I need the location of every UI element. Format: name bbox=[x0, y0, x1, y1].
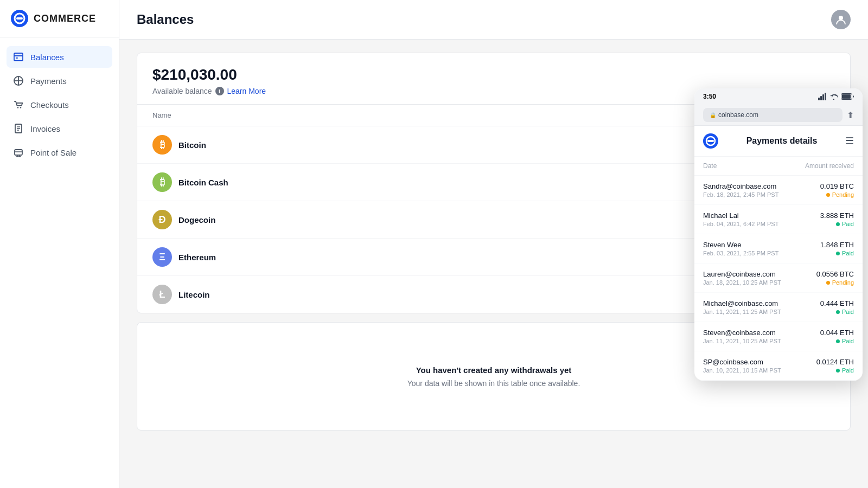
payment-amount-group: 0.444 ETH Paid bbox=[820, 299, 854, 315]
payment-date: Jan. 11, 2021, 11:25 AM PST bbox=[703, 309, 781, 315]
sidebar-item-pos-label: Point of Sale bbox=[30, 148, 76, 157]
mobile-col-date: Date bbox=[703, 162, 717, 170]
mobile-app-header: Payments details ☰ bbox=[694, 126, 863, 157]
page-header: Balances bbox=[119, 0, 868, 40]
payment-amount-group: 0.0124 ETH Paid bbox=[816, 358, 854, 374]
payment-amount: 3.888 ETH bbox=[820, 211, 854, 220]
payment-name: SP@coinbase.com bbox=[703, 358, 781, 366]
point-of-sale-icon bbox=[13, 147, 24, 158]
payment-amount-group: 0.044 ETH Paid bbox=[820, 329, 854, 344]
status-label: Paid bbox=[842, 338, 854, 344]
mobile-status-icons bbox=[818, 93, 854, 100]
payment-info: Lauren@coinbase.com Jan. 18, 2021, 10:25… bbox=[703, 270, 781, 286]
currency-name-dogecoin: Dogecoin bbox=[178, 215, 215, 224]
available-balance-text: Available balance bbox=[152, 87, 212, 95]
content-area: $210,030.00 Available balance i Learn Mo… bbox=[119, 40, 868, 488]
payment-amount: 0.044 ETH bbox=[820, 329, 854, 337]
sidebar-item-balances-label: Balances bbox=[30, 53, 64, 62]
status-dot bbox=[836, 339, 840, 343]
status-label: Paid bbox=[842, 250, 854, 256]
status-label: Paid bbox=[842, 367, 854, 374]
payment-name: Michael Lai bbox=[703, 211, 778, 220]
currency-icon-ethereum: Ξ bbox=[152, 247, 172, 267]
sidebar-nav: Balances Payments Checkouts bbox=[0, 37, 119, 172]
invoices-icon bbox=[13, 123, 24, 134]
status-dot bbox=[826, 281, 830, 285]
payment-amount: 0.0556 BTC bbox=[816, 270, 854, 278]
info-icon: i bbox=[215, 87, 224, 95]
payment-status: Paid bbox=[820, 221, 854, 227]
currency-icon-bitcoin-cash: ₿ bbox=[152, 172, 172, 192]
payment-status: Paid bbox=[816, 367, 854, 374]
main-content: Balances $210,030.00 Available balance i… bbox=[119, 0, 868, 488]
payment-name: Sandra@coinbase.com bbox=[703, 182, 778, 190]
payment-amount-group: 0.019 BTC Pending bbox=[820, 182, 854, 198]
checkouts-icon bbox=[13, 99, 24, 110]
sidebar-item-invoices[interactable]: Invoices bbox=[7, 118, 112, 139]
payment-amount: 0.444 ETH bbox=[820, 299, 854, 307]
battery-icon bbox=[841, 93, 854, 100]
mobile-table-header: Date Amount received bbox=[694, 157, 863, 176]
status-label: Pending bbox=[832, 191, 854, 198]
payment-info: Michael@coinbase.com Jan. 11, 2021, 11:2… bbox=[703, 299, 781, 315]
sidebar-item-balances[interactable]: Balances bbox=[7, 46, 112, 68]
payment-amount-group: 0.0556 BTC Pending bbox=[816, 270, 854, 286]
status-dot bbox=[836, 222, 840, 226]
mobile-share-icon[interactable]: ⬆ bbox=[847, 110, 854, 120]
svg-rect-3 bbox=[14, 53, 23, 61]
payment-row: Michael Lai Feb. 04, 2021, 6:42 PM PST 3… bbox=[694, 205, 863, 234]
status-dot bbox=[836, 252, 840, 255]
sidebar-item-checkouts[interactable]: Checkouts bbox=[7, 94, 112, 115]
mobile-header-title: Payments details bbox=[746, 136, 818, 146]
currency-icon-bitcoin: ₿ bbox=[152, 135, 172, 155]
payment-date: Jan. 18, 2021, 10:25 AM PST bbox=[703, 279, 781, 286]
balance-amount: $210,030.00 bbox=[152, 66, 835, 84]
svg-rect-4 bbox=[14, 55, 23, 56]
payment-amount: 0.0124 ETH bbox=[816, 358, 854, 366]
sidebar-item-checkouts-label: Checkouts bbox=[30, 100, 69, 110]
mobile-time: 3:50 bbox=[703, 93, 716, 100]
payment-name: Michael@coinbase.com bbox=[703, 299, 781, 307]
status-label: Paid bbox=[842, 309, 854, 315]
payment-date: Feb. 04, 2021, 6:42 PM PST bbox=[703, 221, 778, 227]
payment-row: Sandra@coinbase.com Feb. 18, 2021, 2:45 … bbox=[694, 176, 863, 205]
learn-more-link[interactable]: Learn More bbox=[227, 87, 266, 95]
payment-status: Pending bbox=[816, 279, 854, 286]
svg-point-20 bbox=[839, 16, 843, 20]
sidebar-item-payments[interactable]: Payments bbox=[7, 70, 112, 92]
withdrawal-empty-title: You haven't created any withdrawals yet bbox=[416, 365, 572, 375]
svg-rect-5 bbox=[16, 57, 18, 59]
currency-name-bitcoin-cash: Bitcoin Cash bbox=[178, 178, 228, 187]
mobile-menu-icon[interactable]: ☰ bbox=[845, 135, 854, 147]
currency-name-litecoin: Litecoin bbox=[178, 290, 210, 299]
svg-rect-15 bbox=[15, 150, 22, 155]
payments-icon bbox=[13, 75, 24, 86]
page-title: Balances bbox=[137, 12, 194, 27]
currency-name-bitcoin: Bitcoin bbox=[178, 140, 206, 150]
mobile-url-bar: 🔒 coinbase.com ⬆ bbox=[694, 105, 863, 126]
svg-rect-25 bbox=[707, 140, 714, 142]
sidebar-item-point-of-sale[interactable]: Point of Sale bbox=[7, 142, 112, 163]
payment-row: Steven@coinbase.com Jan. 11, 2021, 10:25… bbox=[694, 322, 863, 351]
sidebar-item-payments-label: Payments bbox=[30, 76, 67, 86]
coinbase-logo-icon bbox=[11, 10, 28, 27]
payment-date: Jan. 11, 2021, 10:25 AM PST bbox=[703, 338, 781, 344]
balances-icon bbox=[13, 52, 24, 62]
payment-amount: 1.848 ETH bbox=[820, 241, 854, 249]
currency-name-ethereum: Ethereum bbox=[178, 253, 216, 262]
status-dot bbox=[826, 193, 830, 197]
mobile-url-text: coinbase.com bbox=[718, 111, 758, 119]
name-column-header: Name bbox=[152, 111, 171, 119]
status-label: Paid bbox=[842, 221, 854, 227]
payment-info: SP@coinbase.com Jan. 10, 2021, 10:15 AM … bbox=[703, 358, 781, 374]
payment-status: Paid bbox=[820, 309, 854, 315]
user-avatar[interactable] bbox=[831, 10, 851, 29]
currency-icon-litecoin: Ł bbox=[152, 285, 172, 304]
status-dot bbox=[836, 369, 840, 373]
payment-row: SP@coinbase.com Jan. 10, 2021, 10:15 AM … bbox=[694, 351, 863, 381]
payment-amount-group: 3.888 ETH Paid bbox=[820, 211, 854, 227]
mobile-col-amount: Amount received bbox=[805, 162, 854, 170]
mobile-status-bar: 3:50 bbox=[694, 88, 863, 105]
sidebar: COMMERCE Balances Payments bbox=[0, 0, 119, 488]
sidebar-logo: COMMERCE bbox=[0, 0, 119, 37]
